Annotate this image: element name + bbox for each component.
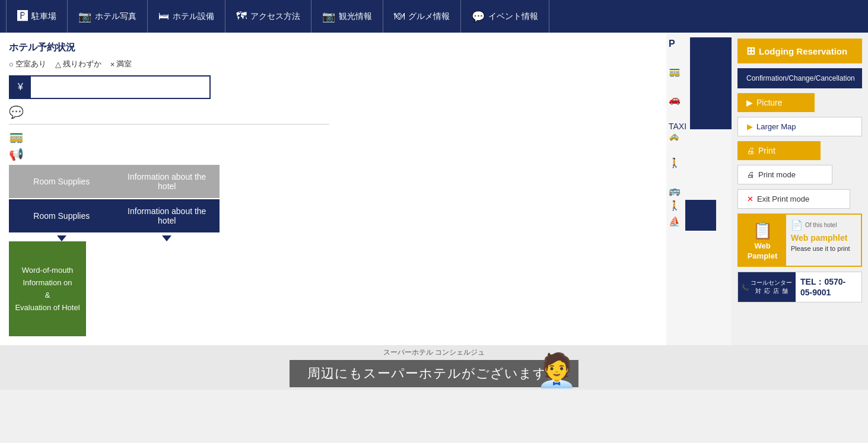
status-legend: ○ 空室あり △ 残りわずか × 満室	[9, 59, 657, 69]
banner-label: スーパーホテル コンシェルジュ	[380, 348, 488, 358]
picture-button[interactable]: ▶ Picture	[737, 93, 815, 112]
dropdown-indicators	[9, 235, 220, 241]
sightseeing-icon: 📷	[322, 10, 335, 23]
wordofmouth-line4: Evaluation of Hotel	[15, 303, 80, 312]
legend-available-label: 空室あり	[15, 59, 46, 69]
pamphlet-title: Web pamphlet	[791, 233, 856, 243]
map-icon-train: 🚃	[669, 66, 686, 77]
printer-icon: 🖨	[746, 146, 755, 155]
pamphlet-sub: Please use it to print	[791, 245, 856, 252]
web-pamphlet-box[interactable]: 📋 Web Pamplet 📄 Of this hotel Web pamphl…	[737, 213, 862, 267]
map-block-large	[690, 37, 735, 129]
hotel-status-title: ホテル予約状況	[9, 42, 657, 54]
print-mode-label: Print mode	[758, 170, 796, 179]
larger-map-button[interactable]: ▶ Larger Map	[737, 117, 862, 136]
nav-access[interactable]: 🗺 アクセス方法	[225, 0, 311, 33]
call-center-box: 📞 コールセンター対 応 店 舗 TEL：0570-05-9001	[737, 272, 862, 302]
nav-events[interactable]: 💬 イベント情報	[461, 0, 549, 33]
right-sidebar: ⊞ Lodging Reservation Confirmation/Chang…	[732, 33, 868, 345]
map-icon-walk: 🚶	[669, 157, 686, 168]
camera-icon: 📷	[78, 10, 91, 23]
nav-gourmet-label: グルメ情報	[408, 11, 450, 22]
main-layout: ホテル予約状況 ○ 空室あり △ 残りわずか × 満室 ¥ 💬	[0, 33, 868, 345]
content-area: ホテル予約状況 ○ 空室あり △ 残りわずか × 満室 ¥ 💬	[0, 33, 666, 345]
grid-icon: ⊞	[746, 44, 755, 58]
tab-blue-room-supplies[interactable]: Room Supplies	[9, 199, 115, 232]
exit-print-icon: ✕	[747, 195, 753, 203]
larger-map-label: Larger Map	[756, 122, 796, 131]
confirm-change-cancel-button[interactable]: Confirmation/Change/Cancellation	[737, 68, 862, 88]
price-input[interactable]	[31, 82, 209, 92]
yen-icon: ¥	[10, 77, 31, 98]
map-icon-walk2: 🚶	[669, 200, 681, 211]
icon-row-speech: 💬	[9, 105, 657, 119]
phone-icon: 📞	[742, 284, 749, 291]
megaphone-icon: 📢	[9, 147, 26, 161]
nav-events-label: イベント情報	[488, 11, 538, 22]
wordofmouth-line1: Word-of-mouth	[22, 266, 73, 275]
bed-icon: 🛏	[158, 10, 169, 23]
pamphlet-doc-icon: 📄	[791, 219, 803, 231]
pamphlet-left: 📋 Web Pamplet	[739, 215, 786, 266]
nav-facilities[interactable]: 🛏 ホテル設備	[148, 0, 225, 33]
top-navigation: 🅿 駐車場 📷 ホテル写真 🛏 ホテル設備 🗺 アクセス方法 📷 観光情報 🍽 …	[0, 0, 868, 33]
call-center-number: TEL：0570-05-9001	[796, 272, 861, 302]
tab-gray-hotel-info[interactable]: Information about the hotel	[115, 165, 220, 198]
map-icon-bus: 🚌	[669, 185, 686, 196]
map-area: P 🚃 🚗 TAXI🚕 🚶 🚌 🚶 ⛵	[666, 33, 732, 345]
parking-icon: 🅿	[17, 10, 28, 23]
play-icon: ▶	[746, 98, 753, 107]
dropdown-ind-left	[9, 235, 115, 241]
legend-few-symbol: △	[55, 60, 61, 69]
map-icon-boat: ⛵	[669, 216, 681, 227]
wordofmouth-box[interactable]: Word-of-mouth Information on & Evaluatio…	[9, 241, 86, 336]
legend-available-symbol: ○	[9, 60, 14, 69]
legend-full-symbol: ×	[110, 60, 115, 69]
lodging-reservation-button[interactable]: ⊞ Lodging Reservation	[737, 39, 862, 63]
exit-print-button[interactable]: ✕ Exit Print mode	[737, 189, 850, 209]
legend-few: △ 残りわずか	[55, 59, 101, 69]
lodging-reservation-label: Lodging Reservation	[759, 46, 847, 56]
nav-hotel-photo-label: ホテル写真	[95, 11, 136, 22]
speech-icon: 💬	[9, 105, 26, 119]
icon-row-megaphone: 📢	[9, 147, 657, 161]
pamphlet-line1: Web	[754, 241, 770, 250]
dropdown-ind-right	[115, 235, 220, 241]
exit-print-label: Exit Print mode	[757, 195, 809, 203]
call-center-left: 📞 コールセンター対 応 店 舗	[738, 272, 796, 302]
print-mode-button[interactable]: 🖨 Print mode	[737, 165, 832, 184]
nav-sightseeing-label: 観光情報	[339, 11, 372, 22]
nav-sightseeing[interactable]: 📷 観光情報	[311, 0, 383, 33]
nav-gourmet[interactable]: 🍽 グルメ情報	[383, 0, 461, 33]
tab-blue-hotel-info[interactable]: Information about the hotel	[115, 199, 220, 232]
call-center-label: コールセンター対 応 店 舗	[751, 279, 792, 295]
pamphlet-book-icon: 📋	[752, 221, 773, 240]
print-button[interactable]: 🖨 Print	[737, 141, 821, 160]
pamphlet-right: 📄 Of this hotel Web pamphlet Please use …	[786, 215, 861, 266]
legend-few-label: 残りわずか	[63, 59, 101, 69]
pamphlet-line2: Pamplet	[748, 251, 778, 260]
larger-map-play-icon: ▶	[747, 122, 753, 131]
map-icon-p: P	[669, 39, 686, 49]
banner-person: 🧑‍💼	[536, 351, 577, 390]
nav-hotel-photo[interactable]: 📷 ホテル写真	[68, 0, 148, 33]
chat-icon: 💬	[472, 10, 485, 23]
picture-label: Picture	[756, 98, 783, 107]
map-icon-taxi: TAXI🚕	[669, 122, 686, 141]
nav-parking-label: 駐車場	[31, 11, 56, 22]
wordofmouth-line3: &	[45, 291, 50, 299]
print-label: Print	[758, 146, 775, 155]
print-mode-icon: 🖨	[747, 170, 755, 179]
nav-access-label: アクセス方法	[250, 11, 300, 22]
legend-available: ○ 空室あり	[9, 59, 46, 69]
pamphlet-label: Of this hotel	[805, 222, 837, 228]
tab-gray-room-supplies[interactable]: Room Supplies	[9, 165, 115, 198]
blue-tab-row: Room Supplies Information about the hote…	[9, 199, 220, 232]
price-row: ¥	[9, 75, 211, 99]
nav-parking[interactable]: 🅿 駐車場	[6, 0, 68, 33]
map-block-small	[685, 200, 716, 231]
wordofmouth-line2: Information on	[23, 278, 72, 287]
map-icon: 🗺	[236, 10, 247, 23]
food-icon: 🍽	[394, 10, 405, 23]
nav-facilities-label: ホテル設備	[173, 11, 214, 22]
